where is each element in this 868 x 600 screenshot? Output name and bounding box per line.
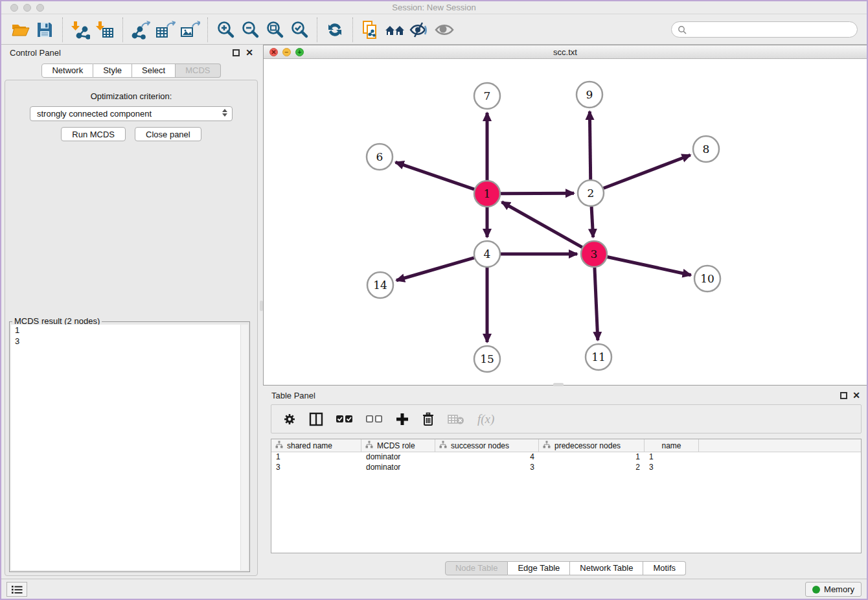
column-header-predecessor-nodes[interactable]: predecessor nodes bbox=[539, 439, 645, 452]
style-preview-icon[interactable] bbox=[407, 18, 432, 41]
tab-network-table[interactable]: Network Table bbox=[570, 561, 643, 575]
float-table-panel-icon[interactable] bbox=[840, 392, 847, 399]
tab-node-table[interactable]: Node Table bbox=[445, 561, 508, 575]
close-panel-button[interactable]: Close panel bbox=[135, 127, 201, 141]
table-cell[interactable]: 4 bbox=[435, 452, 539, 463]
status-bar: Memory bbox=[1, 579, 867, 599]
graph-node-label: 15 bbox=[480, 352, 494, 365]
zoom-selected-icon[interactable] bbox=[287, 18, 312, 41]
column-header-label: shared name bbox=[287, 441, 332, 450]
window-title: Session: New Session bbox=[1, 3, 867, 12]
search-input[interactable] bbox=[690, 23, 857, 36]
horizontal-splitter-handle[interactable] bbox=[553, 383, 564, 386]
delete-table-icon[interactable] bbox=[448, 413, 464, 425]
graph-edge-1-6[interactable] bbox=[396, 162, 475, 189]
column-header-shared-name[interactable]: shared name bbox=[271, 439, 361, 452]
optimization-criterion-select[interactable]: strongly connected component bbox=[30, 106, 233, 121]
graph-edge-2-3[interactable] bbox=[591, 207, 593, 237]
toolbar-separator bbox=[317, 17, 317, 42]
network-canvas[interactable]: 7968124314101511 bbox=[264, 59, 867, 385]
deselect-all-icon[interactable] bbox=[366, 415, 383, 424]
clone-network-icon[interactable] bbox=[358, 18, 383, 41]
import-network-icon[interactable] bbox=[68, 18, 93, 41]
table-cell[interactable]: dominator bbox=[361, 463, 435, 473]
chevron-up-down-icon bbox=[222, 109, 227, 117]
table-cell[interactable]: dominator bbox=[361, 452, 435, 463]
task-history-button[interactable] bbox=[6, 582, 27, 597]
zoom-fit-icon[interactable] bbox=[262, 18, 287, 41]
table-header-row: shared nameMCDS rolesuccessor nodesprede… bbox=[271, 439, 861, 452]
column-header-successor-nodes[interactable]: successor nodes bbox=[435, 439, 539, 452]
graph-edge-1-2[interactable] bbox=[501, 193, 574, 194]
vertical-splitter-handle[interactable] bbox=[260, 301, 263, 311]
show-hide-icon[interactable] bbox=[432, 18, 457, 41]
table-cell[interactable]: 1 bbox=[271, 452, 361, 463]
tab-edge-table[interactable]: Edge Table bbox=[508, 561, 570, 575]
export-table-icon[interactable] bbox=[153, 18, 177, 41]
table-row[interactable]: 1dominator411 bbox=[271, 452, 861, 463]
column-pane-icon[interactable] bbox=[309, 412, 323, 426]
scrollbar-track[interactable] bbox=[240, 325, 248, 570]
mcds-result-item[interactable]: 1 bbox=[11, 325, 248, 336]
delete-icon[interactable] bbox=[422, 412, 435, 426]
mcds-result-item[interactable]: 3 bbox=[11, 336, 248, 347]
import-table-icon[interactable] bbox=[93, 18, 117, 41]
graph-edge-4-14[interactable] bbox=[396, 258, 474, 281]
column-header-name[interactable]: name bbox=[645, 439, 699, 452]
refresh-icon[interactable] bbox=[323, 18, 347, 41]
tab-motifs[interactable]: Motifs bbox=[643, 561, 686, 575]
function-icon[interactable]: f(x) bbox=[477, 412, 494, 426]
select-all-icon[interactable] bbox=[336, 415, 353, 424]
mcds-result-list[interactable]: 13 bbox=[11, 325, 248, 570]
graph-node-label: 4 bbox=[484, 248, 491, 260]
network-view-window: ✕ − + scc.txt 7968124314101511 bbox=[263, 45, 867, 386]
save-icon[interactable] bbox=[32, 18, 57, 41]
network-graph[interactable]: 7968124314101511 bbox=[264, 59, 867, 385]
toolbar-separator bbox=[207, 17, 208, 42]
table-cell[interactable]: 3 bbox=[435, 463, 539, 473]
tab-select[interactable]: Select bbox=[132, 63, 176, 78]
tab-network[interactable]: Network bbox=[41, 63, 93, 78]
export-image-icon[interactable] bbox=[177, 18, 202, 41]
gear-icon[interactable] bbox=[283, 413, 296, 426]
column-header-MCDS-role[interactable]: MCDS role bbox=[361, 439, 435, 452]
memory-status-icon bbox=[812, 586, 820, 594]
graph-edge-2-9[interactable] bbox=[589, 111, 590, 179]
table-cell[interactable]: 2 bbox=[539, 463, 645, 473]
graph-edge-2-8[interactable] bbox=[604, 155, 691, 188]
close-panel-icon[interactable]: ✕ bbox=[246, 47, 253, 58]
zoom-out-icon[interactable] bbox=[238, 18, 262, 41]
search-icon bbox=[678, 25, 687, 34]
table-panel: Table Panel ✕ f(x) bbox=[263, 387, 868, 580]
graph-edge-3-1[interactable] bbox=[502, 202, 582, 248]
column-header-label: predecessor nodes bbox=[554, 441, 621, 450]
network-window-titlebar[interactable]: ✕ − + scc.txt bbox=[264, 45, 867, 59]
search-field[interactable] bbox=[671, 21, 858, 38]
table-row[interactable]: 3dominator323 bbox=[271, 463, 861, 473]
tab-mcds[interactable]: MCDS bbox=[176, 63, 220, 78]
column-tree-icon bbox=[365, 441, 373, 450]
node-table[interactable]: shared nameMCDS rolesuccessor nodesprede… bbox=[271, 439, 862, 553]
table-toolbar: f(x) bbox=[271, 404, 862, 433]
table-cell[interactable]: 1 bbox=[645, 452, 699, 463]
close-table-panel-icon[interactable]: ✕ bbox=[852, 390, 860, 400]
run-mcds-button[interactable]: Run MCDS bbox=[61, 127, 126, 141]
graph-node-label: 6 bbox=[376, 150, 383, 163]
dropdown-value: strongly connected component bbox=[37, 109, 152, 119]
float-panel-icon[interactable] bbox=[233, 49, 240, 56]
toolbar-separator bbox=[62, 17, 63, 42]
table-cell[interactable]: 1 bbox=[539, 452, 645, 463]
memory-button[interactable]: Memory bbox=[805, 582, 862, 597]
zoom-in-icon[interactable] bbox=[213, 18, 238, 41]
export-network-icon[interactable] bbox=[128, 18, 153, 41]
add-column-icon[interactable] bbox=[396, 413, 409, 426]
graph-edge-3-11[interactable] bbox=[595, 268, 598, 340]
graph-node-label: 10 bbox=[700, 272, 714, 285]
home-layout-icon[interactable] bbox=[383, 18, 407, 41]
table-cell[interactable]: 3 bbox=[645, 463, 699, 473]
tab-style[interactable]: Style bbox=[93, 63, 132, 78]
graph-edge-3-10[interactable] bbox=[608, 257, 691, 275]
mcds-panel: Optimization criterion: strongly connect… bbox=[5, 80, 258, 576]
open-folder-icon[interactable] bbox=[8, 18, 32, 41]
table-cell[interactable]: 3 bbox=[271, 463, 361, 473]
